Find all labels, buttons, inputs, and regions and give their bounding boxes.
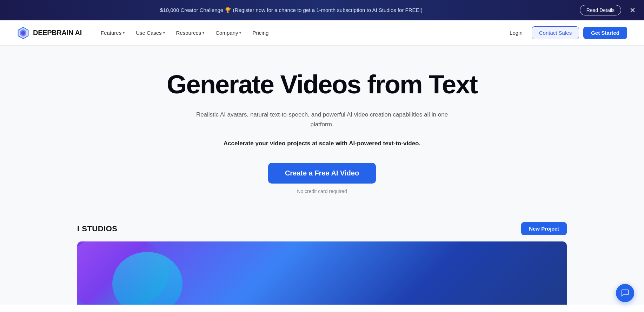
hero-title: Generate Videos from Text (167, 70, 477, 99)
chat-icon (621, 289, 629, 297)
new-project-button[interactable]: New Project (521, 222, 567, 235)
chevron-down-icon: ▾ (163, 31, 165, 35)
get-started-button[interactable]: Get Started (583, 27, 627, 39)
login-button[interactable]: Login (505, 27, 527, 39)
studios-section: I STUDIOS New Project (0, 212, 644, 305)
announcement-banner: $10,000 Creator Challenge 🏆 (Register no… (0, 0, 644, 20)
nav-links: Features ▾ Use Cases ▾ Resources ▾ Compa… (96, 27, 505, 39)
chat-bubble-button[interactable] (616, 284, 634, 302)
logo[interactable]: DEEPBRAIN AI (17, 27, 82, 39)
studios-preview-background (77, 241, 567, 305)
logo-text: DEEPBRAIN AI (33, 29, 82, 37)
studios-title: I STUDIOS (77, 224, 118, 233)
navbar: DEEPBRAIN AI Features ▾ Use Cases ▾ Reso… (0, 20, 644, 46)
banner-text: $10,000 Creator Challenge 🏆 (Register no… (8, 7, 574, 13)
nav-right: Login Contact Sales Get Started (505, 26, 627, 39)
no-credit-card-text: No credit card required (297, 188, 347, 194)
logo-icon (17, 27, 29, 39)
nav-use-cases[interactable]: Use Cases ▾ (131, 27, 170, 39)
chevron-down-icon: ▾ (203, 31, 204, 35)
nav-features[interactable]: Features ▾ (96, 27, 130, 39)
nav-pricing[interactable]: Pricing (247, 27, 273, 39)
create-free-video-button[interactable]: Create a Free AI Video (268, 163, 376, 184)
banner-close-button[interactable]: ✕ (630, 7, 636, 14)
chevron-down-icon: ▾ (123, 31, 125, 35)
contact-sales-button[interactable]: Contact Sales (532, 26, 579, 39)
chevron-down-icon: ▾ (239, 31, 241, 35)
read-details-button[interactable]: Read Details (580, 5, 621, 15)
studios-header: I STUDIOS New Project (77, 222, 567, 235)
hero-section: Generate Videos from Text Realistic AI a… (0, 46, 644, 212)
hero-subtitle: Realistic AI avatars, natural text-to-sp… (189, 110, 456, 148)
nav-company[interactable]: Company ▾ (211, 27, 246, 39)
nav-resources[interactable]: Resources ▾ (171, 27, 210, 39)
studios-preview (77, 241, 567, 305)
